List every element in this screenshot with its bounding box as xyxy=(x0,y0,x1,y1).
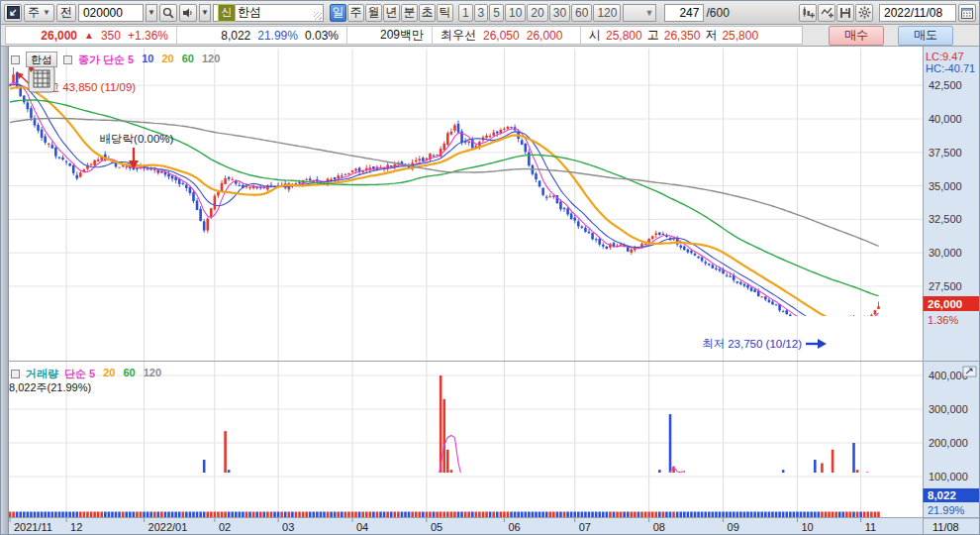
search-button[interactable] xyxy=(159,4,177,22)
left-splitter[interactable] xyxy=(1,47,9,535)
open-price: 25,800 xyxy=(606,29,642,43)
chevron-down-icon: ▼ xyxy=(43,8,50,17)
volume-legend-item: 20 xyxy=(103,367,115,381)
price-tick: 40,000 xyxy=(929,113,962,125)
minute-button-60[interactable]: 60 xyxy=(571,4,592,22)
date-input[interactable]: 2022/11/08 xyxy=(879,4,956,22)
period-combo[interactable]: 주▼ xyxy=(24,4,54,22)
volume-tick: 400,000 xyxy=(929,370,968,381)
low-label: 저 xyxy=(705,27,717,44)
month-label: 04 xyxy=(356,521,368,533)
price-series-checkbox[interactable] xyxy=(63,55,72,64)
chart-area: 42,50040,00037,50035,00032,50030,00027,5… xyxy=(1,47,980,535)
minute-button-30[interactable]: 30 xyxy=(549,4,570,22)
tab-month[interactable]: 월 xyxy=(365,4,382,22)
price-change-pct: +1.36% xyxy=(128,29,168,43)
volume-legend-checkbox[interactable] xyxy=(11,370,20,378)
best-bid: 26,000 xyxy=(527,29,563,43)
price-volume-chart[interactable]: 42,50040,00037,50035,00032,50030,00027,5… xyxy=(1,47,980,535)
volume-pane-icon[interactable] xyxy=(963,367,976,376)
volume-tick: 100,000 xyxy=(929,471,968,482)
stock-name: 한섬 xyxy=(238,4,261,21)
price-change: 350 xyxy=(101,29,121,43)
up-arrow-icon: ▲ xyxy=(84,30,94,41)
quote-strip: 26,000 ▲ 350 +1.36% 8,022 21.99% 0.03% 2… xyxy=(5,26,803,45)
sound-dropdown-button[interactable]: ▼ xyxy=(199,4,211,22)
new-window-button[interactable] xyxy=(4,4,22,22)
sell-button[interactable]: 매도 xyxy=(898,26,953,46)
price-legend-item: 20 xyxy=(161,53,173,67)
turnover-pct: 0.03% xyxy=(305,29,339,43)
price-badge-pct: 1.36% xyxy=(928,314,958,326)
volume-current-text: 8,022주(21.99%) xyxy=(9,380,91,395)
tab-day[interactable]: 일 xyxy=(330,4,346,22)
minute-button-1[interactable]: 1 xyxy=(458,4,473,22)
volume-badge-value: 8,022 xyxy=(928,489,956,501)
code-dropdown-button[interactable]: ▼ xyxy=(146,4,157,22)
price-legend-item: 120 xyxy=(202,53,220,67)
minute-button-120[interactable]: 120 xyxy=(593,4,621,22)
corner-date: 11/08 xyxy=(932,521,959,533)
price-legend-item: 60 xyxy=(182,53,194,67)
minute-button-10[interactable]: 10 xyxy=(505,4,526,22)
month-label: 11 xyxy=(865,521,876,533)
price-badge-value: 26,000 xyxy=(928,298,962,310)
month-label: 03 xyxy=(282,521,294,533)
month-label: 08 xyxy=(653,521,665,533)
minute-buttons: 13510203060120 xyxy=(458,4,622,22)
new-stock-flag: 신 xyxy=(218,4,236,22)
candle-count-input[interactable]: 247 xyxy=(664,4,704,22)
volume-value: 8,022 xyxy=(221,29,250,43)
price-legend-checkbox[interactable] xyxy=(11,55,20,64)
minute-button-20[interactable]: 20 xyxy=(527,4,547,22)
month-label: 06 xyxy=(508,521,520,533)
tab-year[interactable]: 년 xyxy=(383,4,400,22)
sound-button[interactable] xyxy=(179,4,197,22)
minute-button-3[interactable]: 3 xyxy=(474,4,489,22)
save-button[interactable] xyxy=(836,4,854,22)
volume-badge-pct: 21.99% xyxy=(928,504,965,516)
lc-value: LC:9.47 xyxy=(926,51,964,62)
speaker-icon xyxy=(182,7,194,19)
tab-minute[interactable]: 분 xyxy=(401,4,418,22)
price-moving-averages xyxy=(10,82,879,331)
tab-tick[interactable]: 틱 xyxy=(437,4,453,22)
tab-second[interactable]: 초 xyxy=(419,4,436,22)
extra-combo[interactable]: ▼ xyxy=(623,4,656,22)
chart-tool-icon[interactable] xyxy=(28,65,54,92)
hc-value: HC:-40.71 xyxy=(926,62,975,74)
buy-button[interactable]: 매수 xyxy=(829,26,884,46)
low-price: 25,800 xyxy=(722,29,758,43)
settings-button[interactable] xyxy=(855,4,873,22)
calendar-button[interactable] xyxy=(958,4,976,22)
add-candle-tool-button[interactable] xyxy=(799,4,817,22)
stock-name-field[interactable]: 신 한섬 xyxy=(213,4,324,22)
high-label: 고 xyxy=(647,27,659,44)
resize-grip[interactable] xyxy=(314,12,322,20)
direction-strip xyxy=(9,512,880,518)
period-combo-value: 주 xyxy=(28,4,40,21)
volume-legend-item: 120 xyxy=(144,367,161,381)
current-price: 26,000 xyxy=(41,29,77,43)
month-label: 2022/01 xyxy=(148,521,188,533)
save-icon xyxy=(839,7,851,19)
price-legend-items: 종가 단순 5102060120 xyxy=(78,53,220,67)
candle-plus-icon xyxy=(802,6,815,19)
price-legend-item: 종가 단순 5 xyxy=(78,53,134,67)
volume-tick: 300,000 xyxy=(929,403,968,415)
tab-week[interactable]: 주 xyxy=(347,4,364,22)
best-ask: 26,050 xyxy=(483,29,520,43)
month-label: 09 xyxy=(728,521,739,533)
search-icon xyxy=(162,7,174,19)
minute-button-5[interactable]: 5 xyxy=(489,4,504,22)
stock-code-input[interactable]: 020000 xyxy=(78,4,144,22)
month-label: 07 xyxy=(579,521,591,533)
add-line-tool-button[interactable] xyxy=(818,4,835,22)
low-annotation-label: 최저 23,750 (10/12) xyxy=(702,338,802,350)
volume-legend-item: 60 xyxy=(123,367,135,381)
low-annotation: 최저 23,750 (10/12) xyxy=(702,338,827,350)
high-price: 26,350 xyxy=(664,29,701,43)
period-tabs: 일주월년분초틱 xyxy=(330,4,453,22)
price-tick: 42,500 xyxy=(929,79,962,91)
prev-stock-button[interactable]: 전 xyxy=(56,4,76,22)
